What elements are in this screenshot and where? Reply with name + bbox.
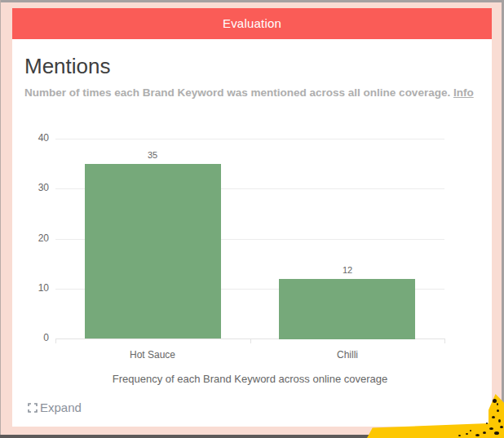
modal-title: Evaluation (223, 16, 281, 30)
bar-value-chilli: 12 (315, 265, 380, 275)
modal-header: Evaluation (12, 8, 492, 39)
expand-label: Expand (40, 400, 82, 414)
x-axis-tick (444, 338, 445, 343)
y-tick-label-10: 10 (12, 282, 49, 294)
gridline-40 (55, 139, 444, 139)
mentions-bar-chart: 01020304035Hot Sauce12ChilliFrequency of… (12, 122, 492, 392)
x-tick-label-chilli: Chilli (298, 349, 396, 361)
window-frame-top (0, 0, 504, 2)
y-tick-label-20: 20 (12, 232, 49, 244)
expand-button[interactable]: Expand (28, 400, 82, 414)
subtitle-text: Number of times each Brand Keyword was m… (24, 86, 450, 99)
evaluation-modal: Evaluation Mentions Number of times each… (12, 8, 492, 427)
x-axis-tick (55, 338, 56, 343)
bar-chilli[interactable] (279, 279, 415, 339)
expand-icon (28, 403, 38, 413)
x-axis-tick (250, 338, 251, 343)
bar-hot-sauce[interactable] (85, 164, 221, 338)
page-title: Mentions (24, 54, 111, 79)
y-tick-label-0: 0 (12, 332, 49, 343)
y-tick-label-40: 40 (12, 132, 49, 144)
info-link[interactable]: Info (453, 86, 474, 99)
x-tick-label-hot-sauce: Hot Sauce (104, 349, 201, 361)
window-frame-left (0, 0, 1, 438)
bar-value-hot-sauce: 35 (120, 150, 185, 160)
panel-subtitle: Number of times each Brand Keyword was m… (24, 86, 489, 99)
y-tick-label-30: 30 (12, 182, 49, 193)
x-axis-title: Frequency of each Brand Keyword across o… (55, 373, 444, 385)
